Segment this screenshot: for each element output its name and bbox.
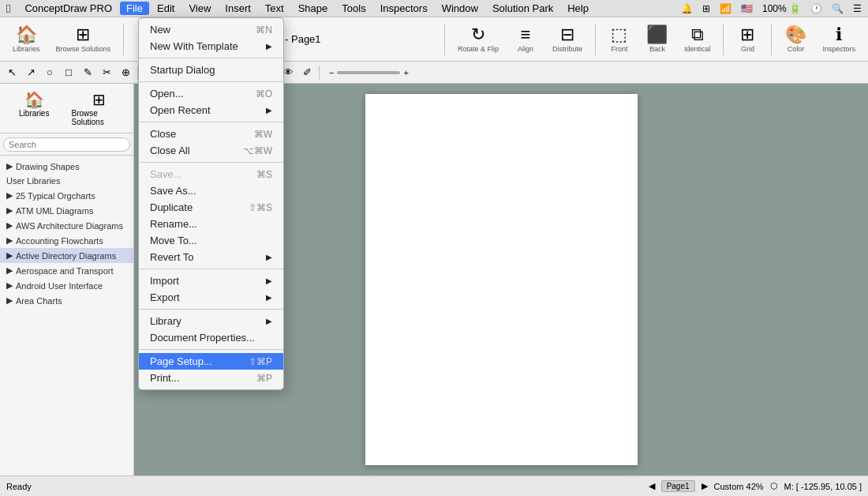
menu-item-print-label: Print... (150, 372, 180, 384)
menu-item-open-recent[interactable]: Open Recent ▶ (139, 102, 283, 118)
menu-item-import[interactable]: Import ▶ (139, 272, 283, 289)
menu-item-export-label: Export (150, 291, 180, 303)
menu-item-close-shortcut: ⌘W (254, 129, 272, 140)
menu-item-save-as[interactable]: Save As... (139, 182, 283, 199)
menu-item-new-template[interactable]: New With Template ▶ (139, 38, 283, 54)
menu-item-save-as-label: Save As... (150, 185, 196, 197)
menu-sep-2 (139, 81, 283, 82)
menu-item-doc-props[interactable]: Document Properties... (139, 329, 283, 346)
menu-item-close-all[interactable]: Close All ⌥⌘W (139, 142, 283, 159)
menu-sep-5 (139, 269, 283, 269)
library-arrow: ▶ (266, 317, 272, 325)
menu-item-doc-props-label: Document Properties... (150, 332, 255, 344)
menu-item-new-label: New (150, 24, 170, 36)
menu-item-revert-to-label: Revert To (150, 251, 193, 263)
menu-sep-7 (139, 349, 283, 350)
menu-item-save-shortcut: ⌘S (256, 169, 272, 180)
menu-item-rename-label: Rename... (150, 218, 197, 230)
menu-item-export[interactable]: Export ▶ (139, 289, 283, 306)
menu-item-startup[interactable]: Startup Dialog (139, 62, 283, 78)
menu-item-new[interactable]: New ⌘N (139, 21, 283, 38)
import-arrow: ▶ (266, 276, 272, 285)
menu-item-import-label: Import (150, 275, 179, 287)
menu-item-move-to[interactable]: Move To... (139, 232, 283, 249)
menu-item-startup-label: Startup Dialog (150, 64, 215, 76)
menu-item-print[interactable]: Print... ⌘P (139, 370, 283, 386)
menu-item-open-shortcut: ⌘O (256, 88, 272, 100)
menu-item-close[interactable]: Close ⌘W (139, 126, 283, 142)
menu-overlay: New ⌘N New With Template ▶ Startup Dialo… (0, 0, 868, 496)
menu-sep-1 (139, 58, 283, 58)
menu-item-close-all-label: Close All (150, 145, 190, 156)
menu-item-new-template-label: New With Template (150, 40, 238, 52)
menu-item-page-setup-shortcut: ⇧⌘P (249, 356, 272, 367)
menu-item-save-label: Save... (150, 168, 181, 180)
menu-item-new-shortcut: ⌘N (256, 24, 272, 36)
menu-item-duplicate-label: Duplicate (150, 201, 193, 213)
menu-item-library[interactable]: Library ▶ (139, 313, 283, 329)
menu-item-move-to-label: Move To... (150, 235, 197, 246)
menu-item-library-label: Library (150, 315, 181, 327)
menu-item-open[interactable]: Open... ⌘O (139, 85, 283, 102)
revert-to-arrow: ▶ (266, 253, 272, 261)
menu-sep-6 (139, 309, 283, 310)
menu-item-duplicate-shortcut: ⇧⌘S (249, 202, 272, 213)
menu-sep-3 (139, 122, 283, 122)
menu-sep-4 (139, 162, 283, 163)
menu-item-revert-to[interactable]: Revert To ▶ (139, 249, 283, 265)
menu-item-page-setup-label: Page Setup... (150, 355, 212, 367)
menu-item-print-shortcut: ⌘P (256, 373, 272, 384)
menu-item-close-label: Close (150, 128, 176, 140)
menu-item-open-recent-label: Open Recent (150, 104, 211, 116)
menu-item-save: Save... ⌘S (139, 166, 283, 182)
new-template-arrow: ▶ (266, 42, 272, 51)
menu-item-open-label: Open... (150, 88, 184, 100)
export-arrow: ▶ (266, 293, 272, 302)
menu-item-close-all-shortcut: ⌥⌘W (243, 145, 272, 156)
menu-item-rename[interactable]: Rename... (139, 216, 283, 232)
open-recent-arrow: ▶ (266, 106, 272, 115)
menu-item-duplicate[interactable]: Duplicate ⇧⌘S (139, 199, 283, 216)
menu-item-page-setup[interactable]: Page Setup... ⇧⌘P (139, 353, 283, 370)
file-menu: New ⌘N New With Template ▶ Startup Dialo… (138, 17, 284, 390)
